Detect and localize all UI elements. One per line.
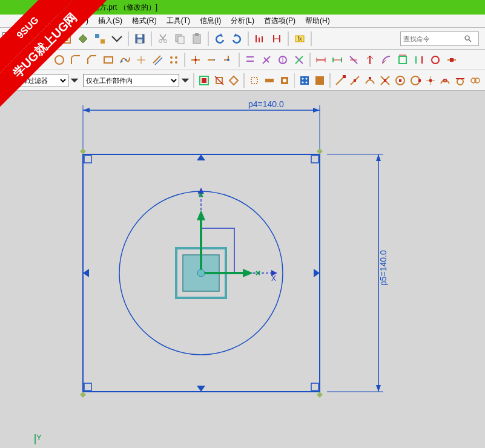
snap-double-icon[interactable] [468,73,483,88]
undo-icon[interactable] [212,31,228,47]
paste-icon[interactable] [189,31,205,47]
menu-format[interactable]: 格式(R) [128,15,160,27]
svg-rect-57 [450,58,454,62]
svg-point-88 [457,79,463,85]
dim9-icon[interactable] [444,52,460,68]
dim7-icon[interactable] [411,52,427,68]
svg-point-69 [302,81,304,83]
dim3-icon[interactable] [346,52,361,68]
dim4-icon[interactable] [362,52,378,68]
filter-dropdown-icon[interactable] [69,73,80,88]
scope-dropdown-icon[interactable] [180,73,191,88]
snap-control-icon[interactable] [363,73,377,88]
dim2-icon[interactable] [329,52,345,68]
selection-filter-select[interactable]: 有选择过滤器 [5,74,68,87]
constraint3-icon[interactable] [275,52,291,68]
dim1-icon[interactable] [313,52,329,68]
snap4-icon[interactable] [297,73,312,88]
fillet-icon[interactable] [68,52,84,68]
snap-oncurve-icon[interactable] [438,73,452,88]
tool1-icon[interactable] [252,31,268,47]
sketch-name-select[interactable]: SKETCH_001 [2,32,57,45]
svg-rect-81 [399,79,401,82]
dimension-top[interactable]: p4=140.0 [83,99,320,153]
menu-analysis[interactable]: 分析(L) [227,15,258,27]
offset-curve-icon[interactable] [150,52,165,68]
constraint1-icon[interactable] [242,52,258,68]
redo-icon[interactable] [229,31,245,47]
svg-line-21 [469,39,471,42]
menu-view[interactable]: 视图(V) [61,15,92,27]
svg-rect-83 [418,79,421,82]
wcs-indicator: Y [35,433,42,444]
svg-text:p4=140.0: p4=140.0 [248,99,284,109]
sel3-icon[interactable] [226,73,241,88]
snap-mid-icon[interactable] [348,73,363,88]
snap5-icon[interactable] [312,73,327,88]
reattach-icon[interactable] [75,31,91,47]
sketch-canvas[interactable]: p4=140.0 p5=140.0 [0,92,485,448]
command-search[interactable] [400,31,479,46]
snap-intersect-icon[interactable] [378,73,392,88]
dim6-icon[interactable] [395,52,411,68]
svg-rect-10 [178,36,184,44]
quick-trim-icon[interactable] [188,52,203,68]
search-input[interactable] [403,35,464,42]
circle-icon[interactable] [51,52,67,68]
arc-icon[interactable] [35,52,51,68]
svg-rect-59 [202,78,206,83]
pattern-curve-icon[interactable] [166,52,182,68]
svg-rect-6 [137,39,142,43]
update-model-icon[interactable] [92,31,108,47]
datum-csys[interactable]: Y X [176,188,277,298]
svg-point-32 [175,61,177,64]
svg-rect-71 [315,76,324,85]
express-icon[interactable]: fx [292,31,308,47]
cut-icon[interactable] [155,31,171,47]
dropdown-icon[interactable] [109,31,125,47]
snap2-icon[interactable] [262,73,277,88]
snap-end-icon[interactable] [333,73,348,88]
dimension-right[interactable]: p5=140.0 [327,154,388,392]
svg-rect-66 [300,76,309,85]
svg-rect-5 [137,35,142,38]
snap-quad-icon[interactable] [408,73,423,88]
snap3-icon[interactable] [277,73,292,88]
constraint2-icon[interactable] [259,52,274,68]
point-icon[interactable] [133,52,149,68]
quick-extend-icon[interactable] [204,52,220,68]
rectangle-icon[interactable] [101,52,116,68]
dim5-icon[interactable] [378,52,394,68]
studio-spline-icon[interactable] [117,52,133,68]
snap1-icon[interactable] [247,73,262,88]
snap-center-icon[interactable] [393,73,407,88]
sel1-icon[interactable] [197,73,211,88]
constraint4-icon[interactable] [291,52,307,68]
svg-text:p5=140.0: p5=140.0 [378,250,388,286]
snap-exist-icon[interactable] [423,73,438,88]
svg-point-20 [465,36,469,40]
svg-point-23 [55,56,64,64]
dim8-icon[interactable] [427,52,443,68]
chamfer-icon[interactable] [84,52,100,68]
snap-tangent-icon[interactable] [453,73,467,88]
menu-preferences[interactable]: 首选项(P) [260,15,299,27]
selection-scope-select[interactable]: 仅在工作部件内 [83,74,179,87]
make-corner-icon[interactable] [220,52,236,68]
line-icon[interactable] [19,52,35,68]
svg-point-68 [306,77,308,79]
menu-info[interactable]: 信息(I) [196,15,225,27]
svg-line-22 [22,56,31,64]
menu-insert[interactable]: 插入(S) [94,15,126,27]
svg-rect-62 [251,77,257,84]
save-icon[interactable] [132,31,148,47]
copy-icon[interactable] [172,31,188,47]
menu-help[interactable]: 帮助(H) [302,15,334,27]
menu-tools[interactable]: 工具(T) [163,15,194,27]
svg-point-7 [159,39,162,42]
tool2-icon[interactable] [269,31,285,47]
orient-view-icon[interactable] [58,31,74,47]
filter-toolbar: 有选择过滤器 仅在工作部件内 [0,70,485,91]
profile-icon[interactable] [2,52,18,68]
sel2-icon[interactable] [212,73,226,88]
